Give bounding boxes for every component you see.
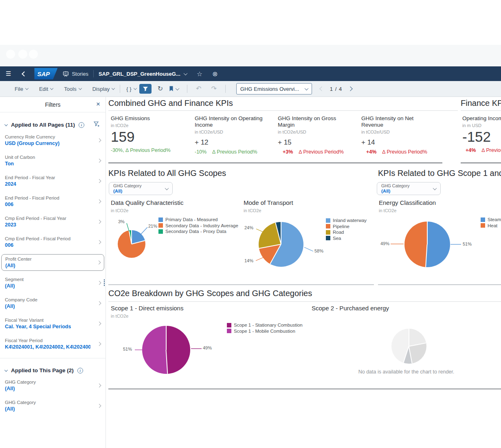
redo-button[interactable]: ↷: [211, 86, 216, 92]
legend-item[interactable]: Scope 1 - Mobile Combustion: [227, 329, 303, 334]
undo-button[interactable]: ↶: [196, 86, 201, 92]
collapse-chevron-icon[interactable]: [4, 368, 8, 371]
legend-item[interactable]: Secondary Data - Industry Average: [158, 223, 238, 228]
sap-logo: SAP: [34, 68, 57, 79]
close-session-button[interactable]: ⊗: [212, 70, 218, 78]
chart-unit: in tCO2e: [111, 208, 128, 213]
filter-item[interactable]: Unit of CarbonTon: [0, 152, 105, 169]
legend-item[interactable]: Inland waterway: [326, 218, 367, 223]
chart-unit: in tCO2e: [244, 208, 261, 213]
toolbar: File Edit Tools Display { } ↻ ↶ ↷ GHG Em…: [0, 81, 501, 97]
bookmark-button[interactable]: [169, 86, 179, 92]
filter-item[interactable]: Segment(All): [0, 275, 105, 291]
menu-tools[interactable]: Tools: [64, 86, 81, 92]
page-next-button[interactable]: [348, 86, 352, 91]
pie-label: 51%: [123, 347, 132, 351]
chevron-right-icon: [97, 384, 101, 388]
chevron-down-icon: [25, 86, 29, 90]
kpi-tile-intensity-operating-income[interactable]: GHG Intensity on Operating Income in tCO…: [195, 115, 268, 155]
divider: [108, 389, 501, 389]
kpi-tile-intensity-net-revenue[interactable]: GHG Intensity on Net Revenue in tCO2e/US…: [361, 115, 435, 155]
pie-label: 24%: [244, 225, 253, 230]
refresh-button[interactable]: ↻: [158, 86, 163, 92]
pie-chart-data-quality[interactable]: [118, 230, 145, 258]
section-all-pages-header: Applied to All Pages (11) i: [5, 121, 100, 128]
legend-data-quality: Primary Data - Measured Secondary Data -…: [158, 217, 238, 234]
code-menu-button[interactable]: { }: [126, 86, 136, 92]
stories-label: Stories: [72, 71, 88, 77]
section-title-finance-kpis: Finance KPIs: [461, 99, 501, 108]
legend-item[interactable]: Primary Data - Measured: [158, 217, 238, 222]
legend-item[interactable]: Steam: [481, 217, 501, 222]
kpi-delta: +3%∆ Previous Period%: [278, 149, 351, 155]
filter-item[interactable]: Fiscal Year VariantCal. Year, 4 Special …: [0, 315, 105, 332]
pie-chart-energy[interactable]: [404, 222, 450, 267]
filter-item[interactable]: GHG Category(All): [0, 377, 105, 394]
chart-title-scope2: Scope 2 - Purchased energy: [312, 305, 389, 312]
pie-label: 49%: [203, 345, 212, 350]
ghg-category-dropdown[interactable]: GHG Category(All): [109, 182, 173, 195]
filter-item[interactable]: Cmp End Period - Fiscal Year2023: [0, 213, 105, 230]
filter-item[interactable]: End Period - Fiscal Year2024: [0, 173, 105, 189]
favorite-star-button[interactable]: ☆: [197, 70, 202, 78]
menu-display[interactable]: Display: [92, 86, 115, 92]
info-icon[interactable]: i: [79, 122, 84, 128]
legend-item[interactable]: Secondary Data - Proxy Data: [158, 229, 238, 234]
legend-swatch: [326, 230, 330, 235]
filter-item[interactable]: Cmp End Period - Fiscal Period006: [0, 234, 105, 250]
divider: [461, 110, 501, 111]
filter-item[interactable]: GHG Category(All): [0, 397, 105, 414]
pie-label: 3%: [118, 219, 125, 224]
chevron-down-icon: [50, 86, 53, 90]
page-selector[interactable]: GHG Emissions Overvi...: [236, 83, 312, 94]
legend-item[interactable]: Pipeline: [326, 224, 367, 229]
kpi-tile-operating-income[interactable]: Operating Income in m USD -152 +4%∆ Prev…: [462, 115, 501, 153]
chevron-down-icon: [183, 71, 187, 75]
ghg-category-dropdown[interactable]: GHG Category(All): [377, 182, 441, 195]
legend-swatch: [158, 223, 163, 228]
kpi-tile-intensity-gross-margin[interactable]: GHG Intensity on Gross Margin in tCO2e/U…: [278, 115, 351, 155]
browser-chrome: [0, 45, 501, 66]
back-button[interactable]: [22, 71, 27, 77]
legend-item[interactable]: Heat: [481, 223, 501, 228]
filter-item-focused[interactable]: Profit Center(All): [1, 254, 104, 271]
chevron-down-icon: [176, 86, 180, 90]
add-filter-button[interactable]: [94, 121, 100, 128]
filter-item[interactable]: Fiscal Year PeriodK4\2024001, K4\2024002…: [0, 336, 105, 352]
hamburger-menu-button[interactable]: ☰: [6, 70, 11, 77]
close-filters-button[interactable]: ×: [96, 100, 100, 108]
filters-panel: Filters × Applied to All Pages (11) i Cu…: [0, 97, 106, 448]
section-title-combined-kpis: Combined GHG and Finance KPIs: [108, 99, 459, 108]
filter-item[interactable]: Currency Role CurrencyUSD (Group Currenc…: [0, 132, 105, 149]
legend-scope1: Scope 1 - Stationary Combustion Scope 1 …: [227, 323, 303, 334]
chevron-right-icon: [97, 301, 101, 305]
no-data-message: No data is available for the chart to re…: [312, 369, 501, 375]
page-navigation: 1 / 4: [320, 86, 352, 92]
legend-item[interactable]: Sea: [326, 236, 367, 241]
collapse-chevron-icon[interactable]: [4, 123, 8, 126]
stories-button[interactable]: Stories: [63, 71, 88, 77]
pie-label: 49%: [380, 241, 389, 246]
pie-chart-transport[interactable]: [259, 222, 303, 267]
drag-handle[interactable]: [103, 279, 105, 287]
chevron-right-icon: [97, 179, 101, 183]
menu-edit[interactable]: Edit: [39, 86, 53, 92]
info-icon[interactable]: i: [77, 368, 83, 373]
menu-file[interactable]: File: [15, 86, 28, 92]
legend-swatch: [481, 217, 485, 222]
filter-toggle-button[interactable]: [139, 84, 152, 94]
chart-title-data-quality: Data Quality Characteristic: [111, 199, 183, 206]
kpi-tile-ghg-emissions[interactable]: GHG Emissions in tCO2e 159 -30%, ∆ Previ…: [111, 115, 184, 153]
chevron-right-icon: [97, 240, 101, 244]
filter-item[interactable]: Company Code(All): [0, 295, 105, 312]
app-window: ☰ SAP Stories SAP_GRL_DSP_GreenHouseG...…: [0, 0, 501, 448]
pie-label: 51%: [463, 242, 472, 246]
page-prev-button[interactable]: [319, 86, 324, 91]
legend-item[interactable]: Road: [326, 230, 367, 235]
pie-chart-scope1[interactable]: [142, 326, 190, 374]
filter-item[interactable]: End Period - Fiscal Period006: [0, 193, 105, 210]
document-title-button[interactable]: SAP_GRL_DSP_GreenHouseG...: [99, 71, 187, 77]
legend-item[interactable]: Scope 1 - Stationary Combustion: [227, 323, 303, 327]
divider: [120, 85, 120, 93]
legend-swatch: [326, 236, 330, 240]
